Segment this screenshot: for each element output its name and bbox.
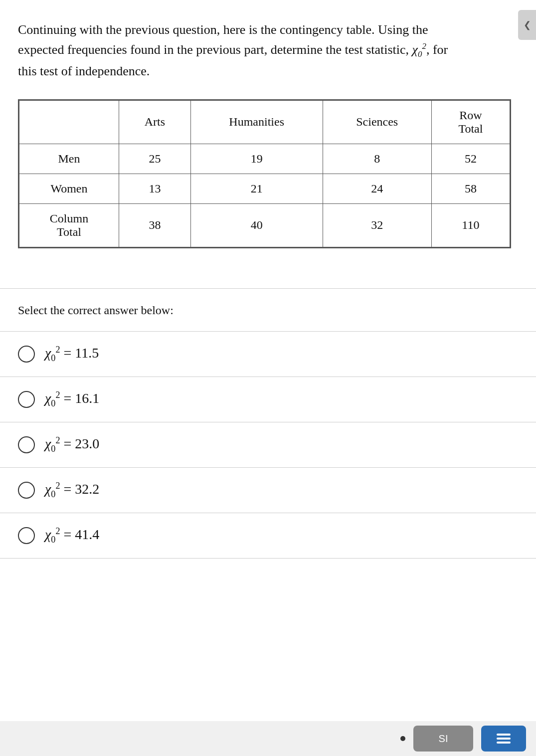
- select-section: Select the correct answer below:: [0, 289, 536, 331]
- page-container: Continuing with the previous question, h…: [0, 0, 536, 756]
- table-cell-men-arts: 25: [119, 144, 191, 174]
- table-header-arts: Arts: [119, 100, 191, 144]
- select-label: Select the correct answer below:: [18, 304, 518, 317]
- content-area: Continuing with the previous question, h…: [0, 0, 536, 288]
- option-4-text: χ02 = 32.2: [45, 481, 99, 500]
- table-header-empty: [19, 100, 119, 144]
- question-text: Continuing with the previous question, h…: [18, 20, 452, 81]
- table-cell-total-total: 110: [431, 203, 510, 247]
- option-1[interactable]: χ02 = 11.5: [0, 331, 536, 377]
- table-header-sciences: Sciences: [323, 100, 431, 144]
- table-row-label-column-total: ColumnTotal: [19, 203, 119, 247]
- contingency-table: Arts Humanities Sciences RowTotal Men 25…: [18, 99, 511, 248]
- table-cell-men-total: 52: [431, 144, 510, 174]
- table-row-women: Women 13 21 24 58: [19, 174, 510, 203]
- table-cell-men-humanities: 19: [190, 144, 323, 174]
- menu-button[interactable]: [481, 726, 526, 752]
- submit-button[interactable]: SI: [413, 726, 473, 752]
- side-handle[interactable]: [518, 10, 536, 40]
- table-row-label-men: Men: [19, 144, 119, 174]
- radio-3[interactable]: [18, 436, 35, 453]
- table-row-label-women: Women: [19, 174, 119, 203]
- table-cell-women-total: 58: [431, 174, 510, 203]
- answer-options: χ02 = 11.5 χ02 = 16.1 χ02 = 23.0 χ02 = 3…: [0, 331, 536, 559]
- submit-label: SI: [439, 733, 448, 745]
- table-cell-total-arts: 38: [119, 203, 191, 247]
- option-5-text: χ02 = 41.4: [45, 526, 99, 545]
- option-1-text: χ02 = 11.5: [45, 345, 99, 364]
- radio-4[interactable]: [18, 482, 35, 499]
- table-row-men: Men 25 19 8 52: [19, 144, 510, 174]
- option-2-text: χ02 = 16.1: [45, 390, 99, 409]
- table-cell-women-sciences: 24: [323, 174, 431, 203]
- table-header-humanities: Humanities: [190, 100, 323, 144]
- table-row-column-total: ColumnTotal 38 40 32 110: [19, 203, 510, 247]
- chi-symbol: χ02: [412, 42, 426, 57]
- table-header-row-total: RowTotal: [431, 100, 510, 144]
- table-cell-total-humanities: 40: [190, 203, 323, 247]
- option-4[interactable]: χ02 = 32.2: [0, 468, 536, 513]
- hamburger-icon: [497, 738, 511, 740]
- option-2[interactable]: χ02 = 16.1: [0, 377, 536, 422]
- bottom-bar: SI: [0, 721, 536, 756]
- dot-indicator: [400, 736, 405, 741]
- radio-5[interactable]: [18, 527, 35, 544]
- option-3-text: χ02 = 23.0: [45, 435, 99, 454]
- table-cell-total-sciences: 32: [323, 203, 431, 247]
- option-3[interactable]: χ02 = 23.0: [0, 422, 536, 468]
- radio-2[interactable]: [18, 391, 35, 408]
- table-cell-women-arts: 13: [119, 174, 191, 203]
- table-cell-women-humanities: 21: [190, 174, 323, 203]
- radio-1[interactable]: [18, 346, 35, 363]
- table-cell-men-sciences: 8: [323, 144, 431, 174]
- option-5[interactable]: χ02 = 41.4: [0, 513, 536, 559]
